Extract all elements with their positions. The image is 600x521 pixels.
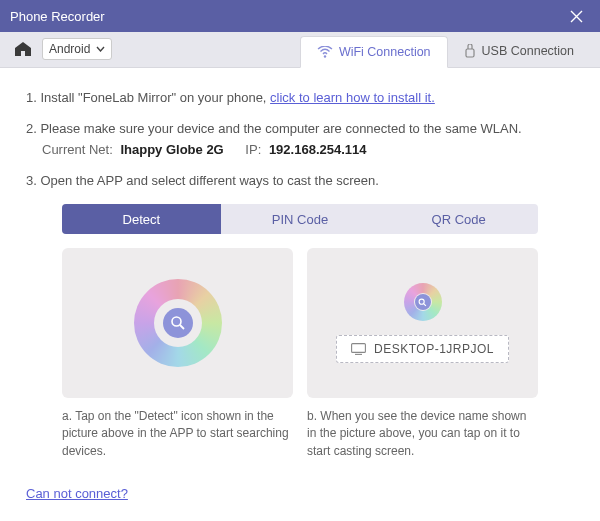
step-2-text: 2. Please make sure your device and the …: [26, 121, 522, 136]
main-content: 1. Install "FoneLab Mirror" on your phon…: [0, 68, 600, 515]
close-button[interactable]: [562, 2, 590, 30]
magnifier-small-icon: [418, 298, 427, 307]
svg-point-3: [419, 299, 424, 304]
connection-tabs: WiFi Connection USB Connection: [300, 32, 590, 67]
step-3: 3. Open the APP and select different way…: [26, 173, 574, 188]
install-help-link[interactable]: click to learn how to install it.: [270, 90, 435, 105]
instruction-cards: DESKTOP-1JRPJOL: [62, 248, 538, 398]
step-2: 2. Please make sure your device and the …: [26, 121, 574, 157]
tab-usb[interactable]: USB Connection: [448, 35, 590, 67]
chevron-down-icon: [96, 46, 105, 52]
home-button[interactable]: [10, 37, 36, 61]
titlebar: Phone Recorder: [0, 0, 600, 32]
caption-a: a. Tap on the "Detect" icon shown in the…: [62, 408, 293, 460]
card-device: DESKTOP-1JRPJOL: [307, 248, 538, 398]
wifi-icon: [317, 46, 333, 58]
segment-detect[interactable]: Detect: [62, 204, 221, 234]
color-wheel-icon: [134, 279, 222, 367]
card-detect: [62, 248, 293, 398]
toolbar: Android WiFi Connection USB Connection: [0, 32, 600, 68]
step-1: 1. Install "FoneLab Mirror" on your phon…: [26, 90, 574, 105]
ip-value: 192.168.254.114: [269, 142, 367, 157]
magnifier-badge-small: [415, 294, 431, 310]
svg-rect-4: [352, 344, 366, 353]
svg-rect-1: [466, 49, 474, 57]
color-wheel-small-icon: [404, 283, 442, 321]
tab-wifi-label: WiFi Connection: [339, 45, 431, 59]
magnifier-icon: [170, 315, 186, 331]
device-name-box: DESKTOP-1JRPJOL: [336, 335, 509, 363]
caption-b: b. When you see the device name shown in…: [307, 408, 538, 460]
window-title: Phone Recorder: [10, 9, 562, 24]
platform-label: Android: [49, 42, 90, 56]
cannot-connect-link[interactable]: Can not connect?: [26, 486, 128, 501]
home-icon: [14, 41, 32, 57]
step-1-text: 1. Install "FoneLab Mirror" on your phon…: [26, 90, 270, 105]
cast-method-segment: Detect PIN Code QR Code: [62, 204, 538, 234]
tab-usb-label: USB Connection: [482, 44, 574, 58]
step-3-text: 3. Open the APP and select different way…: [26, 173, 379, 188]
segment-qr[interactable]: QR Code: [379, 204, 538, 234]
segment-pin[interactable]: PIN Code: [221, 204, 380, 234]
magnifier-badge: [163, 308, 193, 338]
platform-select[interactable]: Android: [42, 38, 112, 60]
tab-wifi[interactable]: WiFi Connection: [300, 36, 448, 68]
usb-icon: [464, 44, 476, 58]
captions: a. Tap on the "Detect" icon shown in the…: [62, 408, 538, 460]
network-info: Current Net: Ihappy Globe 2G IP: 192.168…: [26, 142, 574, 157]
current-net-value: Ihappy Globe 2G: [120, 142, 223, 157]
svg-point-0: [324, 55, 326, 57]
svg-point-2: [172, 317, 181, 326]
monitor-icon: [351, 343, 366, 355]
ip-label: IP:: [245, 142, 261, 157]
device-name-text: DESKTOP-1JRPJOL: [374, 342, 494, 356]
close-icon: [570, 10, 583, 23]
current-net-label: Current Net:: [42, 142, 113, 157]
